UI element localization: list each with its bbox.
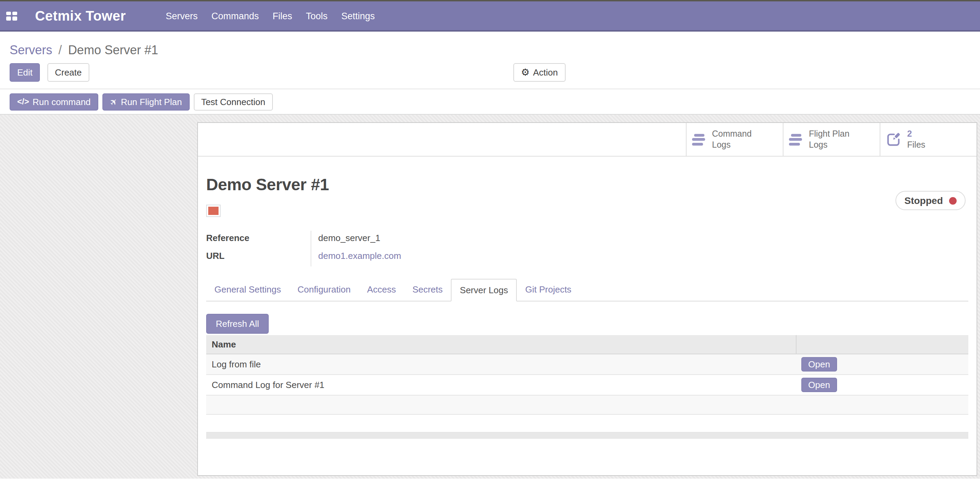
control-panel-buttons: Edit Create ⚙ Action <box>0 58 980 82</box>
notebook-tabs: General Settings Configuration Access Se… <box>206 279 968 301</box>
field-value-url-link[interactable]: demo1.example.com <box>318 249 401 266</box>
run-flight-plan-label: Run Flight Plan <box>121 98 182 106</box>
run-command-label: Run command <box>33 98 91 106</box>
tab-configuration[interactable]: Configuration <box>290 279 359 301</box>
breadcrumb-current: Demo Server #1 <box>68 43 158 57</box>
control-panel: Servers / Demo Server #1 Edit Create ⚙ A… <box>0 32 980 114</box>
empty-table-row <box>206 396 968 415</box>
run-flight-plan-button[interactable]: ✈ Run Flight Plan <box>102 93 190 111</box>
status-label: Stopped <box>904 195 943 206</box>
tab-server-logs[interactable]: Server Logs <box>451 279 517 301</box>
nav-item-servers[interactable]: Servers <box>159 11 204 21</box>
log-name-cell: Log from file <box>206 359 796 369</box>
nav-item-files[interactable]: Files <box>266 11 299 21</box>
tab-access[interactable]: Access <box>359 279 404 301</box>
tab-general-settings[interactable]: General Settings <box>206 279 290 301</box>
field-label-url: URL <box>206 249 311 266</box>
server-sheet-body: Stopped Demo Server #1 Reference URL dem… <box>198 175 977 439</box>
refresh-all-button[interactable]: Refresh All <box>206 314 269 334</box>
server-color-swatch[interactable] <box>206 204 221 217</box>
action-button-label: Action <box>533 68 558 77</box>
breadcrumb-servers-link[interactable]: Servers <box>10 43 52 57</box>
stat-line1: Command <box>712 129 751 139</box>
breadcrumb: Servers / Demo Server #1 <box>0 32 980 58</box>
cetmix-tower-app: Cetmix Tower Servers Commands Files Tool… <box>0 0 980 480</box>
status-badge: Stopped <box>896 191 966 210</box>
horizontal-scrollbar-track[interactable] <box>206 432 968 439</box>
stat-line1: Flight Plan <box>809 129 850 139</box>
stat-button-flight-plan-logs[interactable]: Flight Plan Logs <box>783 123 880 156</box>
server-fields: Reference URL demo_server_1 demo1.exampl… <box>206 231 968 266</box>
list-icon <box>789 133 803 145</box>
main-navbar: Cetmix Tower Servers Commands Files Tool… <box>0 2 980 32</box>
breadcrumb-separator: / <box>59 43 62 57</box>
stat-line2: Logs <box>712 140 730 150</box>
server-form-sheet: Command Logs Flight Plan Logs <box>197 122 977 476</box>
form-view-background: Command Logs Flight Plan Logs <box>0 114 980 478</box>
field-label-reference: Reference <box>206 231 311 249</box>
stat-button-command-logs[interactable]: Command Logs <box>686 123 783 156</box>
field-value-reference: demo_server_1 <box>318 231 401 249</box>
open-log-button[interactable]: Open <box>801 378 837 392</box>
main-menu: Servers Commands Files Tools Settings <box>159 11 382 21</box>
tab-secrets[interactable]: Secrets <box>404 279 451 301</box>
table-row[interactable]: Command Log for Server #1 Open <box>206 375 968 396</box>
list-icon <box>692 133 706 145</box>
server-title: Demo Server #1 <box>206 175 968 194</box>
code-icon: </> <box>17 98 29 106</box>
files-count: 2 <box>907 129 912 139</box>
edit-note-icon <box>886 132 901 147</box>
stat-line2: Files <box>907 140 925 150</box>
server-logs-table: Name Log from file Open Command Log for … <box>206 335 968 439</box>
apps-grid-icon[interactable] <box>6 11 17 20</box>
server-action-buttons: </> Run command ✈ Run Flight Plan Test C… <box>0 89 980 114</box>
column-header-name[interactable]: Name <box>206 335 796 354</box>
status-dot-icon <box>949 197 957 204</box>
stat-button-files[interactable]: 2 Files <box>880 123 977 156</box>
empty-table-row <box>206 415 968 432</box>
run-command-button[interactable]: </> Run command <box>10 93 98 111</box>
action-button[interactable]: ⚙ Action <box>513 63 565 82</box>
test-connection-button[interactable]: Test Connection <box>194 93 272 111</box>
app-brand[interactable]: Cetmix Tower <box>35 8 126 24</box>
gear-icon: ⚙ <box>521 68 530 77</box>
tab-git-projects[interactable]: Git Projects <box>517 279 580 301</box>
log-name-cell: Command Log for Server #1 <box>206 380 796 390</box>
nav-item-commands[interactable]: Commands <box>204 11 266 21</box>
create-button[interactable]: Create <box>48 63 89 82</box>
table-row[interactable]: Log from file Open <box>206 354 968 375</box>
stat-line2: Logs <box>809 140 827 150</box>
edit-button[interactable]: Edit <box>10 63 40 82</box>
nav-item-tools[interactable]: Tools <box>299 11 334 21</box>
column-header-action <box>796 335 968 354</box>
open-log-button[interactable]: Open <box>801 357 837 372</box>
nav-item-settings[interactable]: Settings <box>334 11 382 21</box>
plane-icon: ✈ <box>108 96 119 108</box>
table-header-row: Name <box>206 335 968 354</box>
stat-button-bar: Command Logs Flight Plan Logs <box>198 123 977 157</box>
